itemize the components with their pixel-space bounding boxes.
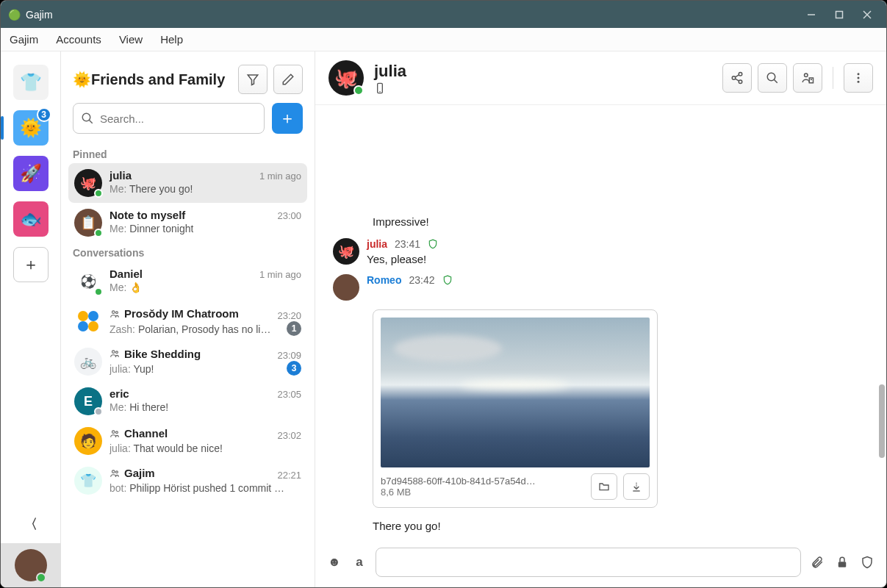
conversation-item[interactable]: 🚲 Bike Shedding23:09 julia: Yup!3 [68, 342, 307, 382]
contact-info-button[interactable] [793, 63, 822, 93]
attach-button[interactable] [808, 553, 826, 571]
svg-point-9 [78, 321, 88, 331]
back-button[interactable]: 〈 [1, 505, 61, 543]
message-avatar: 🐙 [333, 238, 359, 265]
filter-button[interactable] [238, 65, 267, 94]
svg-point-11 [112, 310, 115, 313]
conversation-item[interactable]: 📋 Note to myself23:00 Me: Dinner tonight [68, 203, 307, 243]
new-chat-button[interactable]: ＋ [272, 103, 303, 134]
app-icon: 🟢 [8, 9, 20, 21]
chat-header: 🐙 julia [315, 51, 886, 105]
conversation-item[interactable]: 🧑 Channel23:02 julia: That would be nice… [68, 421, 307, 461]
search-chat-button[interactable] [758, 63, 787, 93]
menu-accounts[interactable]: Accounts [56, 33, 101, 46]
chat-input-bar: ☻ a [315, 542, 886, 587]
chat-messages[interactable]: Impressive! 🐙 julia 23:41 Yes, please! [315, 105, 886, 542]
svg-point-23 [739, 80, 742, 84]
account-avatar[interactable] [1, 543, 61, 587]
message-time: 23:41 [395, 238, 420, 250]
svg-point-32 [858, 77, 860, 79]
svg-point-5 [82, 113, 90, 121]
svg-line-27 [774, 79, 778, 83]
workspace-default[interactable]: 👕 [13, 65, 49, 100]
workspace-rail: 👕 🌞3 🚀 🐟 ＋ 〈 [1, 51, 61, 587]
message-time: 23:42 [409, 274, 434, 286]
message-text: Impressive! [373, 215, 869, 228]
svg-point-15 [112, 430, 115, 433]
conversation-item[interactable]: E eric23:05 Me: Hi there! [68, 381, 307, 421]
search-box[interactable] [73, 103, 265, 134]
svg-point-13 [112, 351, 115, 354]
emoji-button[interactable]: ☻ [326, 553, 343, 571]
add-workspace-button[interactable]: ＋ [13, 247, 49, 282]
edit-button[interactable] [273, 65, 303, 94]
format-button[interactable]: a [351, 553, 368, 571]
download-button[interactable] [623, 473, 650, 500]
workspace-title: 🌞Friends and Family [73, 71, 232, 88]
conversation-item[interactable]: ⚽ Daniel1 min ago Me: 👌 [68, 262, 307, 301]
svg-point-8 [88, 311, 98, 321]
menu-view[interactable]: View [119, 33, 143, 46]
encryption-button[interactable] [833, 553, 851, 571]
conversation-item[interactable]: 👕 Gajim22:21 bot: Philipp Hörist pushed … [68, 461, 307, 501]
attachment-size: 8,6 MB [381, 487, 585, 498]
svg-point-22 [732, 76, 736, 80]
minimize-button[interactable] [805, 10, 817, 19]
shield-button[interactable] [858, 553, 876, 571]
svg-rect-29 [809, 78, 813, 83]
message-sender: Romeo [367, 274, 401, 286]
menubar: Gajim Accounts View Help [1, 28, 886, 51]
svg-point-14 [115, 351, 118, 354]
svg-point-31 [858, 73, 860, 75]
svg-rect-36 [838, 562, 847, 567]
svg-point-33 [858, 81, 860, 83]
message-block: 🐙 julia 23:41 Yes, please! [333, 238, 869, 265]
search-input[interactable] [100, 112, 256, 125]
titlebar[interactable]: 🟢 Gajim [1, 1, 886, 28]
svg-point-21 [739, 73, 742, 76]
open-folder-button[interactable] [591, 473, 617, 500]
message-block: Romeo 23:42 [333, 274, 869, 301]
conversation-list-pane: 🌞Friends and Family ＋ Pinned 🐙 julia1 mi… [61, 51, 315, 587]
encryption-icon [442, 275, 453, 285]
svg-line-24 [735, 75, 739, 77]
encryption-icon [428, 239, 438, 249]
window-title: Gajim [26, 9, 805, 21]
section-pinned: Pinned [61, 144, 315, 163]
section-conversations: Conversations [61, 243, 315, 262]
svg-point-16 [115, 431, 118, 433]
message-avatar [333, 274, 359, 301]
presence-indicator [36, 573, 46, 583]
svg-point-28 [805, 74, 808, 77]
app-window: 🟢 Gajim Gajim Accounts View Help 👕 🌞3 🚀 … [0, 0, 887, 588]
chat-avatar[interactable]: 🐙 [328, 60, 364, 96]
svg-point-12 [115, 311, 118, 313]
message-input[interactable] [376, 548, 801, 577]
workspace-rocket[interactable]: 🚀 [13, 156, 49, 191]
svg-line-25 [735, 79, 739, 81]
svg-point-7 [78, 311, 88, 321]
svg-line-6 [89, 120, 93, 123]
menu-help[interactable]: Help [160, 33, 183, 46]
presence-indicator [353, 85, 364, 96]
attachment-image[interactable] [381, 318, 650, 467]
conversation-item[interactable]: 🐙 julia1 min ago Me: There you go! [68, 163, 307, 203]
workspace-fish[interactable]: 🐟 [13, 201, 49, 237]
share-button[interactable] [722, 63, 752, 93]
close-button[interactable] [861, 10, 873, 19]
chat-title: julia [374, 62, 406, 81]
maximize-button[interactable] [833, 10, 845, 19]
menu-gajim[interactable]: Gajim [10, 33, 38, 46]
svg-rect-1 [836, 11, 843, 18]
workspace-friends[interactable]: 🌞3 [13, 110, 49, 146]
message-text: Yes, please! [367, 253, 438, 265]
search-icon [81, 112, 94, 125]
svg-point-18 [115, 470, 118, 473]
conversation-item[interactable]: Prosŏdy IM Chatroom23:20 Zash: Polarian,… [68, 301, 307, 342]
svg-marker-4 [248, 75, 258, 85]
message-sender: julia [367, 238, 387, 250]
scrollbar-thumb[interactable] [879, 384, 885, 458]
more-menu-button[interactable] [844, 63, 873, 93]
svg-point-26 [767, 73, 775, 81]
device-icon [374, 82, 406, 94]
